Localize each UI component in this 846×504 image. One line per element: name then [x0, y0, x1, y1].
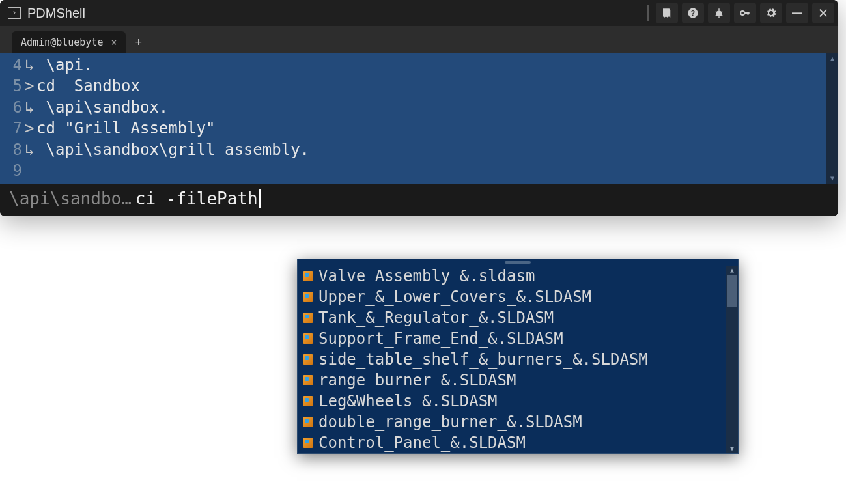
assembly-file-icon — [303, 333, 313, 344]
scroll-down-icon[interactable]: ▼ — [726, 444, 738, 453]
scroll-up-icon[interactable]: ▲ — [726, 266, 738, 275]
terminal-output[interactable]: 4↳ \api. 5>cd Sandbox 6↳ \api\sandbox. 7… — [0, 53, 838, 184]
assembly-file-icon — [303, 313, 313, 323]
help-icon[interactable]: ? — [682, 3, 704, 23]
autocomplete-item[interactable]: Control_Panel_&.SLDASM — [298, 432, 738, 453]
autocomplete-item[interactable]: double_range_burner_&.SLDASM — [298, 412, 738, 432]
prompt-path: \api\sandbo… — [9, 189, 132, 208]
tab-add-button[interactable]: + — [126, 32, 151, 53]
assembly-file-icon — [303, 271, 313, 281]
text-cursor — [259, 189, 261, 208]
app-title: PDMShell — [27, 6, 85, 21]
tab-close-icon[interactable]: × — [111, 36, 117, 48]
command-prompt[interactable]: \api\sandbo… ci -filePath — [0, 184, 838, 216]
scrollbar-thumb[interactable] — [727, 275, 737, 307]
autocomplete-item[interactable]: Tank_&_Regulator_&.SLDASM — [298, 307, 738, 328]
autocomplete-item[interactable]: Upper_&_Lower_Covers_&.SLDASM — [298, 287, 738, 307]
autocomplete-item[interactable]: Valve Assembly_&.sldasm — [298, 266, 738, 287]
svg-text:?: ? — [691, 9, 695, 17]
autocomplete-item[interactable]: side_table_shelf_&_burners_&.SLDASM — [298, 349, 738, 370]
app-icon — [8, 7, 21, 19]
autocomplete-popup: Valve Assembly_&.sldasm Upper_&_Lower_Co… — [297, 259, 739, 454]
tab-strip: Admin@bluebyte × + — [0, 26, 838, 53]
book-icon[interactable] — [656, 3, 678, 23]
bug-icon[interactable] — [708, 3, 730, 23]
prompt-command: ci -filePath — [135, 189, 258, 208]
scroll-down-icon[interactable]: ▼ — [826, 173, 838, 184]
terminal-line: 7>cd "Grill Assembly" — [0, 118, 838, 139]
autocomplete-item[interactable]: Leg&Wheels_&.SLDASM — [298, 391, 738, 412]
autocomplete-item[interactable]: Support_Frame_End_&.SLDASM — [298, 328, 738, 349]
terminal-line: 4↳ \api. — [0, 55, 838, 76]
toolbar-separator — [647, 5, 649, 21]
assembly-file-icon — [303, 396, 313, 406]
autocomplete-scrollbar[interactable]: ▲ ▼ — [726, 266, 738, 453]
autocomplete-list: Valve Assembly_&.sldasm Upper_&_Lower_Co… — [298, 266, 738, 453]
minimize-button[interactable]: — — [786, 3, 808, 23]
tab-label: Admin@bluebyte — [21, 36, 103, 48]
close-button[interactable] — [812, 3, 834, 23]
terminal-line: 9 — [0, 160, 838, 181]
svg-point-3 — [740, 11, 744, 15]
tab-session[interactable]: Admin@bluebyte × — [12, 31, 126, 53]
settings-icon[interactable] — [760, 3, 782, 23]
terminal-scrollbar[interactable]: ▲ ▼ — [826, 53, 838, 184]
terminal-line: 8↳ \api\sandbox\grill assembly. — [0, 139, 838, 160]
assembly-file-icon — [303, 375, 313, 385]
resize-grip[interactable] — [298, 259, 738, 266]
autocomplete-item[interactable]: range_burner_&.SLDASM — [298, 370, 738, 391]
svg-point-2 — [716, 10, 722, 16]
key-icon[interactable] — [734, 3, 756, 23]
title-bar: PDMShell ? — — [0, 0, 838, 26]
assembly-file-icon — [303, 292, 313, 302]
terminal-area: 4↳ \api. 5>cd Sandbox 6↳ \api\sandbox. 7… — [0, 53, 838, 184]
terminal-line: 6↳ \api\sandbox. — [0, 97, 838, 118]
assembly-file-icon — [303, 354, 313, 365]
terminal-line: 5>cd Sandbox — [0, 76, 838, 96]
app-window: PDMShell ? — Admi — [0, 0, 838, 216]
assembly-file-icon — [303, 417, 313, 427]
assembly-file-icon — [303, 438, 313, 448]
scroll-up-icon[interactable]: ▲ — [826, 53, 838, 64]
